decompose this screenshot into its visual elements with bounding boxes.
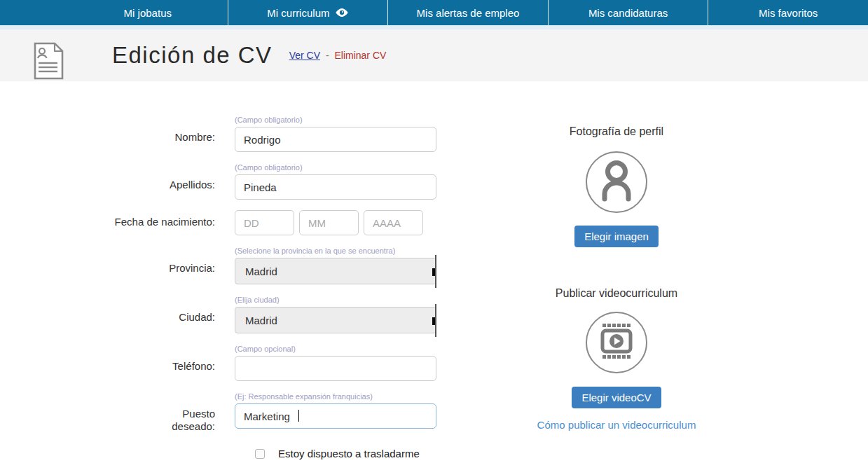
nombre-label: Nombre: (0, 115, 235, 144)
elegir-imagen-button[interactable]: Elegir imagen (574, 226, 659, 247)
fecha-mm-input[interactable] (299, 210, 359, 235)
provincia-select[interactable]: Madrid (235, 258, 436, 284)
nav-item-label: Mi jobatus (124, 7, 172, 19)
trasladarme-label: Estoy dispuesto a trasladarme (278, 448, 420, 459)
videocv-help-link[interactable]: Cómo publicar un videocurriculum (518, 419, 715, 431)
nombre-input[interactable] (235, 127, 436, 152)
form-row-nombre: Nombre: (Campo obligatorio) (0, 115, 476, 152)
photo-section-title: Fotografía de perfil (518, 125, 715, 138)
provincia-label: Provincia: (0, 246, 235, 275)
form-row-telefono: Teléfono: (Campo opcional) (0, 344, 476, 381)
puesto-deseado-label: Puesto deseado: (0, 392, 235, 433)
puesto-deseado-hint: (Ej: Responsable expansión franquicias) (235, 392, 436, 402)
puesto-deseado-input[interactable] (235, 403, 436, 429)
videocv-film-icon (586, 310, 647, 375)
fecha-dd-input[interactable] (235, 210, 294, 235)
nav-item-label: Mis alertas de empleo (417, 7, 520, 19)
apellidos-input[interactable] (235, 174, 436, 200)
nav-item-mi-jobatus[interactable]: Mi jobatus (68, 0, 228, 25)
videocv-placeholder (586, 312, 647, 373)
cv-document-icon (32, 42, 65, 83)
telefono-hint: (Campo opcional) (235, 344, 436, 354)
person-icon (586, 150, 647, 214)
profile-photo-placeholder (586, 151, 647, 213)
nav-item-label: Mis candidaturas (588, 7, 668, 19)
select-scrollbar-thumb[interactable] (432, 317, 435, 325)
link-separator: - (326, 50, 329, 61)
fecha-aaaa-input[interactable] (364, 210, 423, 235)
ciudad-selected-value: Madrid (245, 315, 277, 326)
select-scrollbar-thumb[interactable] (432, 268, 435, 276)
fecha-nacimiento-label: Fecha de nacimiento: (0, 210, 235, 228)
elegir-videocv-button[interactable]: Elegir videoCV (572, 387, 661, 408)
main-content: Nombre: (Campo obligatorio) Apellidos: (… (0, 81, 868, 463)
nav-item-mis-alertas[interactable]: Mis alertas de empleo (387, 0, 548, 25)
nav-item-label: Mi curriculum (267, 7, 329, 19)
video-section-title: Publicar videocurriculum (518, 287, 715, 300)
form-row-provincia: Provincia: (Selecione la provincia en la… (0, 246, 476, 284)
ciudad-select[interactable]: Madrid (235, 307, 436, 333)
ciudad-label: Ciudad: (0, 295, 235, 324)
telefono-input[interactable] (235, 356, 436, 381)
form-row-ciudad: Ciudad: (Elija ciudad) Madrid (0, 295, 476, 333)
provincia-selected-value: Madrid (245, 265, 277, 277)
nav-item-label: Mis favoritos (759, 7, 818, 19)
media-column: Fotografía de perfil Elegir imagen Publi… (518, 125, 715, 431)
eliminar-cv-link[interactable]: Eliminar CV (334, 50, 386, 61)
nombre-hint: (Campo obligatorio) (235, 115, 436, 125)
provincia-hint: (Selecione la provincia en la que se enc… (235, 246, 436, 256)
nav-item-mis-candidaturas[interactable]: Mis candidaturas (548, 0, 708, 25)
nav-item-mis-favoritos[interactable]: Mis favoritos (708, 0, 868, 25)
trasladarme-row: Estoy dispuesto a trasladarme (0, 448, 476, 459)
page-title: Edición de CV (112, 29, 273, 81)
nav-item-mi-curriculum[interactable]: Mi curriculum (228, 0, 388, 25)
top-nav: Mi jobatus Mi curriculum Mis alertas de … (0, 0, 868, 25)
apellidos-hint: (Campo obligatorio) (235, 163, 436, 173)
form-row-fecha-nacimiento: Fecha de nacimiento: (0, 210, 476, 235)
ver-cv-link[interactable]: Ver CV (289, 50, 320, 61)
trasladarme-checkbox[interactable] (255, 449, 265, 459)
eye-icon (336, 8, 348, 18)
top-nav-items: Mi jobatus Mi curriculum Mis alertas de … (68, 0, 868, 25)
ciudad-hint: (Elija ciudad) (235, 295, 436, 305)
form-row-puesto-deseado: Puesto deseado: (Ej: Responsable expansi… (0, 392, 476, 433)
select-scrollbar (435, 255, 436, 288)
form-row-apellidos: Apellidos: (Campo obligatorio) (0, 163, 476, 200)
text-caret (298, 410, 299, 422)
page-header: Edición de CV Ver CV - Eliminar CV (0, 29, 868, 81)
cv-form: Nombre: (Campo obligatorio) Apellidos: (… (0, 115, 476, 459)
telefono-label: Teléfono: (0, 344, 235, 373)
apellidos-label: Apellidos: (0, 163, 235, 191)
select-scrollbar (435, 304, 436, 337)
